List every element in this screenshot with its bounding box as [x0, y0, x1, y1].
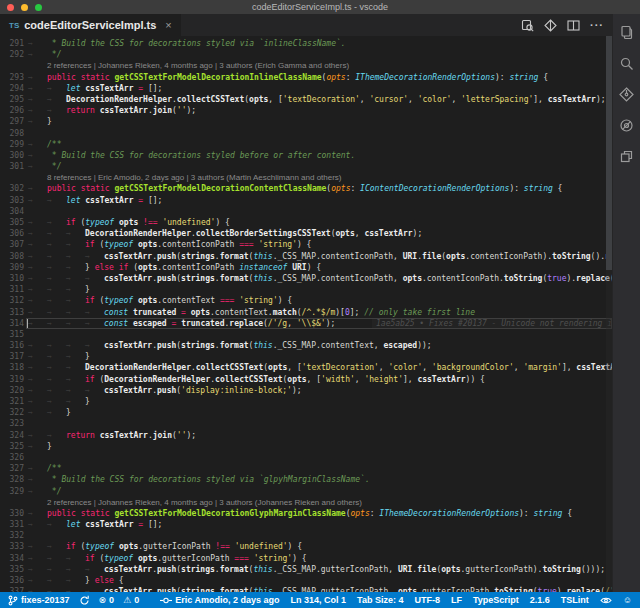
line-number[interactable]: 326 [0, 452, 24, 463]
source-control-icon[interactable] [617, 84, 637, 104]
code-line[interactable]: 291→ * Build the CSS for decorations sty… [0, 38, 612, 49]
split-editor-icon[interactable] [567, 19, 580, 32]
line-number[interactable]: 313 [0, 307, 24, 318]
line-number[interactable]: 332 [0, 530, 24, 541]
code-line[interactable]: 336→→→} else { [0, 575, 612, 586]
line-number[interactable]: 322 [0, 407, 24, 418]
tab-close-icon[interactable]: × [165, 19, 171, 31]
line-number[interactable]: 306 [0, 228, 24, 239]
line-number[interactable]: 305 [0, 217, 24, 228]
code-line[interactable]: 306→→→DecorationRenderHelper.collectBord… [0, 228, 612, 239]
open-preview-icon[interactable] [521, 19, 534, 32]
code-line[interactable]: 317→→→} [0, 351, 612, 362]
code-line[interactable]: 311→→→} [0, 284, 612, 295]
line-number[interactable]: 299 [0, 139, 24, 150]
code-line[interactable]: 316→→→→cssTextArr.push(strings.format(th… [0, 340, 612, 351]
code-line[interactable]: 299→/** [0, 139, 612, 150]
line-number[interactable]: 293 [0, 72, 24, 83]
line-number[interactable]: 329 [0, 486, 24, 497]
code-line[interactable]: 313→→→→const truncated = opts.contentTex… [0, 307, 612, 318]
line-number[interactable]: 335 [0, 564, 24, 575]
code-line[interactable]: 302→public static getCSSTextForModelDeco… [0, 183, 612, 194]
codelens-row[interactable]: 2 references | Johannes Rieken, 4 months… [0, 60, 612, 71]
line-number[interactable]: 321 [0, 396, 24, 407]
line-number[interactable]: 294 [0, 83, 24, 94]
warnings-item[interactable]: ⚠ 0 [123, 595, 139, 605]
line-number[interactable]: 317 [0, 351, 24, 362]
code-line[interactable]: 309→→→} else if (opts.contentIconPath in… [0, 262, 612, 273]
code-line[interactable]: 319→→→if (DecorationRenderHelper.collect… [0, 374, 612, 385]
line-number[interactable]: 310 [0, 273, 24, 284]
gitlens-blame-toggle[interactable] [600, 596, 612, 605]
code-line[interactable]: 318→→→DecorationRenderHelper.collectCSST… [0, 362, 612, 373]
code-line[interactable]: 301→ */ [0, 161, 612, 172]
codelens-row[interactable]: 8 references | Eric Amodio, 2 days ago |… [0, 172, 612, 183]
code-line[interactable]: 307→→→if (typeof opts.contentIconPath ==… [0, 239, 612, 250]
errors-item[interactable]: ⊗ 0 [99, 595, 115, 605]
code-line[interactable]: 328→ * Build the CSS for decorations sty… [0, 474, 612, 485]
zoom-window-button[interactable] [35, 4, 42, 11]
line-number[interactable]: 328 [0, 474, 24, 485]
code-line[interactable]: 333→→if (typeof opts.gutterIconPath !== … [0, 541, 612, 552]
line-number[interactable]: 303 [0, 195, 24, 206]
line-number[interactable]: 336 [0, 575, 24, 586]
code-line[interactable]: 327→/** [0, 463, 612, 474]
code-line[interactable]: 305→→if (typeof opts !== 'undefined') { [0, 217, 612, 228]
explorer-icon[interactable] [617, 22, 637, 42]
line-number[interactable]: 325 [0, 441, 24, 452]
code-line[interactable]: 310→→→→cssTextArr.push(strings.format(th… [0, 273, 612, 284]
code-line[interactable]: 312→→→if (typeof opts.contentText === 's… [0, 295, 612, 306]
extensions-icon[interactable] [617, 146, 637, 166]
line-number[interactable]: 316 [0, 340, 24, 351]
search-icon[interactable] [617, 53, 637, 73]
codelens-text[interactable]: 8 references | Eric Amodio, 2 days ago |… [28, 172, 342, 183]
code-line[interactable]: 326 [0, 452, 612, 463]
code-line[interactable]: 335→→→→cssTextArr.push(strings.format(th… [0, 564, 612, 575]
line-number[interactable]: 300 [0, 150, 24, 161]
code-line[interactable]: 297→} [0, 116, 612, 127]
code-line[interactable]: 296→→return cssTextArr.join(''); [0, 105, 612, 116]
code-line[interactable]: 325→} [0, 441, 612, 452]
editor[interactable]: 291→ * Build the CSS for decorations sty… [0, 36, 612, 592]
line-number[interactable]: 327 [0, 463, 24, 474]
code-line[interactable]: 304 [0, 206, 612, 217]
code-line[interactable]: 314→→→→const escaped = truncated.replace… [0, 318, 612, 329]
line-number[interactable]: 298 [0, 128, 24, 139]
code-line[interactable]: 321→→→} [0, 396, 612, 407]
line-number[interactable]: 312 [0, 295, 24, 306]
cursor-position-item[interactable]: Ln 314, Col 1 [291, 595, 347, 605]
more-actions-icon[interactable]: ··· [590, 20, 604, 30]
line-number[interactable]: 318 [0, 362, 24, 373]
codelens-text[interactable]: 2 references | Johannes Rieken, 4 months… [28, 497, 362, 508]
eol-item[interactable]: LF [451, 595, 462, 605]
line-number[interactable]: 297 [0, 116, 24, 127]
code-line[interactable]: 294→→let cssTextArr = []; [0, 83, 612, 94]
line-number[interactable]: 308 [0, 251, 24, 262]
gitlens-blame-item[interactable]: Eric Amodio, 2 days ago [160, 595, 279, 605]
feedback-smiley[interactable]: ☺ [623, 595, 632, 605]
codelens-text[interactable]: 2 references | Johannes Rieken, 4 months… [28, 60, 349, 71]
line-number[interactable]: 296 [0, 105, 24, 116]
code-line[interactable]: 324→→return cssTextArr.join(''); [0, 430, 612, 441]
line-number[interactable]: 311 [0, 284, 24, 295]
line-number[interactable]: 314 [0, 318, 24, 329]
line-number[interactable]: 331 [0, 519, 24, 530]
line-number[interactable]: 324 [0, 430, 24, 441]
line-number[interactable]: 334 [0, 553, 24, 564]
line-number[interactable]: 295 [0, 94, 24, 105]
code-line[interactable]: 298 [0, 128, 612, 139]
line-number[interactable]: 302 [0, 183, 24, 194]
code-line[interactable]: 331→→let cssTextArr = []; [0, 519, 612, 530]
git-branch-item[interactable]: fixes-20137 [8, 595, 70, 606]
line-number[interactable]: 309 [0, 262, 24, 273]
code-line[interactable]: 293→public static getCSSTextForModelDeco… [0, 72, 612, 83]
line-number[interactable]: 330 [0, 508, 24, 519]
tab-codeEditorServiceImpl[interactable]: TS codeEditorServiceImpl.ts × [0, 14, 181, 36]
ts-version-item[interactable]: 2.1.6 [530, 595, 550, 605]
line-number[interactable]: 291 [0, 38, 24, 49]
code-line[interactable]: 315 [0, 329, 612, 340]
line-number[interactable] [0, 172, 24, 183]
code-line[interactable]: 292→ */ [0, 49, 612, 60]
code-line[interactable]: 295→→DecorationRenderHelper.collectCSSTe… [0, 94, 612, 105]
sync-button[interactable] [79, 595, 90, 606]
